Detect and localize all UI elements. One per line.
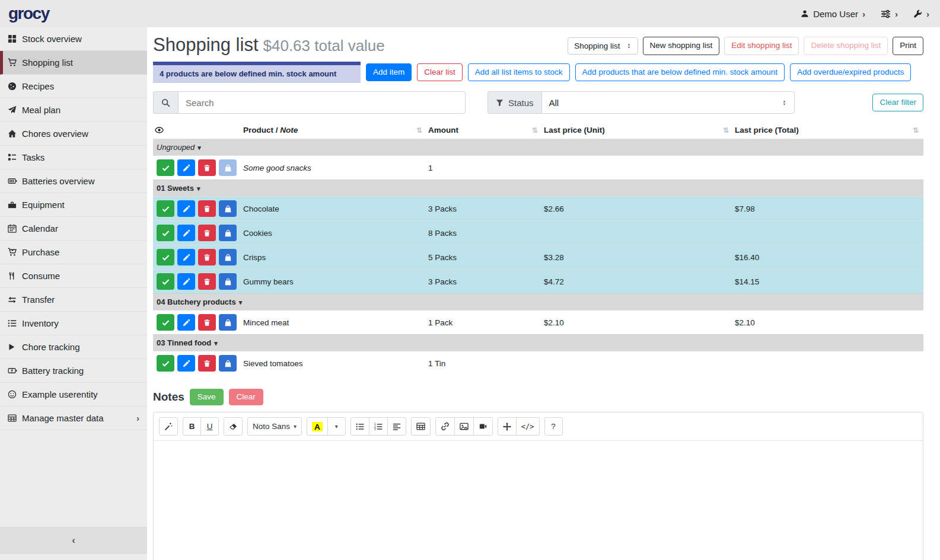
delete-item-button[interactable]	[198, 314, 216, 331]
mark-done-button[interactable]	[157, 273, 174, 290]
clear-list-button[interactable]: Clear list	[417, 63, 463, 82]
user-menu[interactable]: Demo User›	[801, 9, 865, 19]
admin-menu[interactable]: ›	[913, 9, 929, 19]
insert-link-button[interactable]	[435, 417, 455, 436]
unordered-list-button[interactable]	[350, 417, 369, 436]
status-filter-select[interactable]: All	[541, 91, 795, 114]
delete-item-button[interactable]	[198, 273, 216, 290]
delete-item-button[interactable]	[198, 159, 216, 176]
trash-icon	[203, 164, 211, 172]
delete-item-button[interactable]	[198, 225, 216, 241]
sidebar-item-calendar[interactable]: Calendar	[0, 217, 147, 241]
eye-icon[interactable]	[154, 126, 237, 135]
sidebar-item-equipment[interactable]: Equipment	[0, 193, 147, 217]
add-to-stock-button[interactable]	[219, 225, 237, 241]
status-filter-group: Status All	[487, 91, 795, 114]
add-to-stock-button[interactable]	[219, 249, 237, 265]
bold-button[interactable]: B	[183, 417, 201, 436]
edit-item-button[interactable]	[177, 273, 195, 290]
insert-video-button[interactable]	[473, 417, 493, 436]
edit-item-button[interactable]	[177, 200, 195, 217]
code-view-button[interactable]: </>	[516, 417, 540, 436]
add-item-button[interactable]: Add item	[366, 63, 412, 82]
paragraph-style-button[interactable]	[387, 417, 406, 436]
sidebar-item-example-userentity[interactable]: Example userentity	[0, 383, 147, 407]
view-settings-menu[interactable]: ›	[881, 9, 898, 19]
notes-clear-button[interactable]: Clear	[229, 389, 263, 406]
add-overdue-expired-products-button[interactable]: Add overdue/expired products	[790, 63, 911, 82]
notes-editor: BUNoto Sans▾A▾123</>?	[153, 412, 923, 560]
sidebar-item-purchase[interactable]: Purchase	[0, 241, 147, 264]
print-button[interactable]: Print	[893, 37, 923, 55]
edit-shopping-list-button[interactable]: Edit shopping list	[724, 37, 799, 55]
delete-item-button[interactable]	[198, 355, 216, 372]
row-actions-cell	[153, 245, 242, 270]
group-row-03-tinned-food[interactable]: 03 Tinned food▾	[153, 335, 923, 351]
add-products-that-are-below-defined-min-stock-amount-button[interactable]: Add products that are below defined min.…	[575, 63, 785, 82]
ordered-list-button[interactable]: 123	[369, 417, 388, 436]
sidebar-item-chore-tracking[interactable]: Chore tracking	[0, 335, 147, 359]
sidebar-item-manage-master-data[interactable]: Manage master data›	[0, 407, 147, 430]
mark-done-button[interactable]	[157, 249, 174, 265]
group-row-04-butchery-products[interactable]: 04 Butchery products▾	[153, 294, 923, 311]
group-name: Ungrouped	[157, 143, 195, 152]
fontname-button[interactable]: Noto Sans▾	[247, 417, 302, 436]
underline-button[interactable]: U	[200, 417, 219, 436]
clear-filter-button[interactable]: Clear filter	[872, 94, 923, 112]
sidebar-item-meal-plan[interactable]: Meal plan	[0, 98, 147, 122]
add-to-stock-button[interactable]	[219, 159, 237, 176]
notes-save-button[interactable]: Save	[190, 389, 224, 406]
mark-done-button[interactable]	[157, 200, 174, 217]
delete-shopping-list-button[interactable]: Delete shopping list	[804, 37, 888, 55]
edit-item-button[interactable]	[177, 314, 195, 331]
sidebar-item-chores-overview[interactable]: Chores overview	[0, 122, 147, 146]
app-logo[interactable]: grocy	[8, 4, 49, 23]
caret-down-icon: ▾	[197, 185, 200, 192]
add-to-stock-button[interactable]	[219, 314, 237, 331]
edit-item-button[interactable]	[177, 159, 195, 176]
magic-button[interactable]	[159, 417, 178, 436]
sort-icon[interactable]: ⇅	[913, 126, 919, 135]
search-input[interactable]	[178, 91, 466, 114]
sort-icon[interactable]: ⇅	[416, 126, 422, 135]
sidebar-item-transfer[interactable]: Transfer	[0, 288, 147, 312]
mark-done-button[interactable]	[157, 159, 174, 176]
add-to-stock-button[interactable]	[219, 200, 237, 217]
delete-item-button[interactable]	[198, 249, 216, 265]
insert-table-button[interactable]	[411, 417, 431, 436]
add-all-list-items-to-stock-button[interactable]: Add all list items to stock	[468, 63, 570, 82]
sidebar-item-inventory[interactable]: Inventory	[0, 312, 147, 335]
group-row-01-sweets[interactable]: 01 Sweets▾	[153, 180, 923, 197]
sidebar-item-recipes[interactable]: Recipes	[0, 75, 147, 98]
eraser-button[interactable]	[224, 417, 243, 436]
edit-item-button[interactable]	[177, 225, 195, 241]
sidebar-item-consume[interactable]: Consume	[0, 264, 147, 288]
sidebar-item-stock-overview[interactable]: Stock overview	[0, 27, 147, 51]
sidebar-item-batteries-overview[interactable]: Batteries overview	[0, 169, 147, 193]
insert-picture-button[interactable]	[454, 417, 474, 436]
edit-item-button[interactable]	[177, 355, 195, 372]
mark-done-button[interactable]	[157, 225, 174, 241]
mark-done-button[interactable]	[157, 355, 174, 372]
delete-item-button[interactable]	[198, 200, 216, 217]
group-row-ungrouped[interactable]: Ungrouped▾	[153, 139, 923, 156]
sidebar-collapse-button[interactable]: ‹	[0, 527, 147, 554]
sidebar-item-shopping-list[interactable]: Shopping list	[0, 51, 147, 75]
help-button[interactable]: ?	[544, 417, 563, 436]
sidebar-item-tasks[interactable]: Tasks	[0, 146, 147, 169]
check-icon	[162, 319, 170, 327]
fullscreen-button[interactable]	[498, 417, 517, 436]
color-caret-button[interactable]: ▾	[327, 417, 346, 436]
shopping-list-select[interactable]: Shopping list	[568, 37, 638, 55]
mark-done-button[interactable]	[157, 314, 174, 331]
sort-icon[interactable]: ⇅	[723, 126, 729, 135]
new-shopping-list-button[interactable]: New shopping list	[643, 37, 720, 55]
group-name: 03 Tinned food	[157, 338, 211, 347]
notes-editor-content[interactable]	[154, 441, 923, 560]
edit-item-button[interactable]	[177, 249, 195, 265]
add-to-stock-button[interactable]	[219, 355, 237, 372]
add-to-stock-button[interactable]	[219, 273, 237, 290]
sort-icon[interactable]: ⇅	[532, 126, 538, 135]
sidebar-item-battery-tracking[interactable]: Battery tracking	[0, 359, 147, 383]
highlight-color-button[interactable]: A	[307, 417, 328, 436]
